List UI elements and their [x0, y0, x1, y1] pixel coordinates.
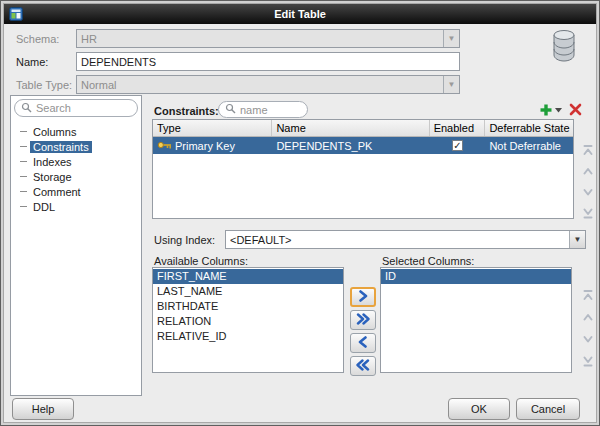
edit-table-window: Edit Table Schema: HR ▼ Name: DEPENDENTS…	[0, 0, 600, 426]
schema-value: HR	[81, 33, 443, 45]
titlebar: Edit Table	[4, 4, 596, 24]
table-type-select: Normal ▼	[76, 75, 460, 94]
chevron-left-icon	[356, 334, 370, 352]
constraint-type-text: Primary Key	[175, 140, 235, 152]
database-icon	[550, 28, 578, 66]
enabled-checkbox[interactable]	[452, 140, 463, 151]
sidebar-panel: Search Columns Constraints Indexes Stora…	[10, 95, 142, 396]
column-header-enabled[interactable]: Enabled	[430, 120, 486, 136]
tree-item-constraints[interactable]: Constraints	[13, 139, 139, 154]
double-chevron-left-icon	[356, 357, 370, 375]
cancel-button[interactable]: Cancel	[516, 398, 580, 420]
tree-twig	[20, 176, 27, 177]
shuttle-move-all-right-button[interactable]	[350, 310, 376, 330]
list-item[interactable]: ID	[381, 269, 571, 284]
add-constraint-button[interactable]	[538, 102, 564, 118]
constraints-move-to-top-button[interactable]	[580, 142, 596, 158]
chevron-down-icon: ▼	[443, 30, 459, 47]
constraint-name-cell: DEPENDENTS_PK	[272, 140, 429, 152]
chevron-right-icon	[356, 288, 370, 306]
tree-item-comment[interactable]: Comment	[13, 184, 139, 199]
ok-button[interactable]: OK	[448, 398, 510, 420]
using-index-value: <DEFAULT>	[230, 234, 569, 246]
schema-label: Schema:	[16, 33, 59, 45]
tree-item-label: Storage	[30, 171, 75, 183]
name-input[interactable]: DEPENDENTS	[76, 52, 460, 71]
chevron-down-icon: ▼	[569, 231, 585, 248]
sidebar-search-input[interactable]: Search	[14, 99, 138, 117]
tree-twig	[20, 191, 27, 192]
tree-item-label: DDL	[30, 201, 58, 213]
list-item[interactable]: FIRST_NAME	[153, 269, 343, 284]
name-value: DEPENDENTS	[81, 56, 156, 68]
constraint-type-cell: Primary Key	[153, 140, 272, 152]
selected-columns-list: ID	[380, 267, 572, 373]
tree-twig	[20, 206, 27, 207]
schema-select: HR ▼	[76, 29, 460, 48]
constraints-section-label: Constraints:	[154, 105, 219, 117]
list-item[interactable]: LAST_NAME	[153, 284, 343, 299]
constraints-move-up-button[interactable]	[580, 163, 596, 179]
window-inner: Edit Table Schema: HR ▼ Name: DEPENDENTS…	[3, 3, 597, 423]
double-chevron-right-icon	[356, 311, 370, 329]
list-item[interactable]: RELATION	[153, 314, 343, 329]
constraints-table-header: Type Name Enabled Deferrable State	[153, 120, 573, 137]
tree-item-label: Columns	[30, 126, 79, 138]
delete-constraint-button[interactable]	[568, 102, 583, 117]
constraints-move-down-button[interactable]	[580, 184, 596, 200]
column-header-deferrable-state[interactable]: Deferrable State	[485, 120, 573, 136]
shuttle-move-right-button[interactable]	[350, 287, 376, 307]
shuttle-move-all-left-button[interactable]	[350, 356, 376, 376]
using-index-label: Using Index:	[154, 234, 215, 246]
selected-move-down-button[interactable]	[580, 331, 596, 347]
constraint-row[interactable]: Primary Key DEPENDENTS_PK Not Deferrable	[153, 137, 573, 154]
selected-move-up-button[interactable]	[580, 309, 596, 325]
help-button[interactable]: Help	[12, 398, 74, 420]
tree-item-storage[interactable]: Storage	[13, 169, 139, 184]
tree-twig	[20, 131, 27, 132]
tree-item-ddl[interactable]: DDL	[13, 199, 139, 214]
tree-item-columns[interactable]: Columns	[13, 124, 139, 139]
constraints-table: Type Name Enabled Deferrable State Prima…	[152, 119, 574, 219]
constraints-filter-input[interactable]: name	[218, 101, 308, 118]
search-icon	[225, 103, 236, 116]
constraints-filter-placeholder: name	[240, 104, 268, 116]
tree-twig	[20, 161, 27, 162]
tree-item-label: Constraints	[30, 141, 92, 153]
app-icon	[9, 7, 23, 21]
constraint-enabled-cell	[430, 140, 486, 151]
tree-item-indexes[interactable]: Indexes	[13, 154, 139, 169]
sidebar-search-placeholder: Search	[36, 102, 71, 114]
window-title: Edit Table	[274, 8, 326, 20]
tree-twig	[20, 146, 27, 147]
column-header-type[interactable]: Type	[153, 120, 272, 136]
constraints-move-to-bottom-button[interactable]	[580, 205, 596, 221]
sidebar-tree: Columns Constraints Indexes Storage Comm…	[13, 124, 139, 214]
constraint-deferrable-cell: Not Deferrable	[485, 140, 573, 152]
search-icon	[21, 102, 32, 115]
using-index-select[interactable]: <DEFAULT> ▼	[225, 230, 586, 249]
available-columns-label: Available Columns:	[154, 255, 248, 267]
tree-item-label: Comment	[30, 186, 84, 198]
selected-columns-label: Selected Columns:	[382, 255, 474, 267]
selected-move-to-top-button[interactable]	[580, 287, 596, 303]
chevron-down-icon: ▼	[443, 76, 459, 93]
tree-item-label: Indexes	[30, 156, 75, 168]
selected-move-to-bottom-button[interactable]	[580, 353, 596, 369]
primary-key-icon	[157, 140, 172, 152]
available-columns-list: FIRST_NAME LAST_NAME BIRTHDATE RELATION …	[152, 267, 344, 373]
list-item[interactable]: RELATIVE_ID	[153, 329, 343, 344]
shuttle-move-left-button[interactable]	[350, 333, 376, 353]
name-label: Name:	[16, 56, 48, 68]
table-type-label: Table Type:	[16, 79, 72, 91]
column-header-name[interactable]: Name	[272, 120, 429, 136]
table-type-value: Normal	[81, 79, 443, 91]
list-item[interactable]: BIRTHDATE	[153, 299, 343, 314]
